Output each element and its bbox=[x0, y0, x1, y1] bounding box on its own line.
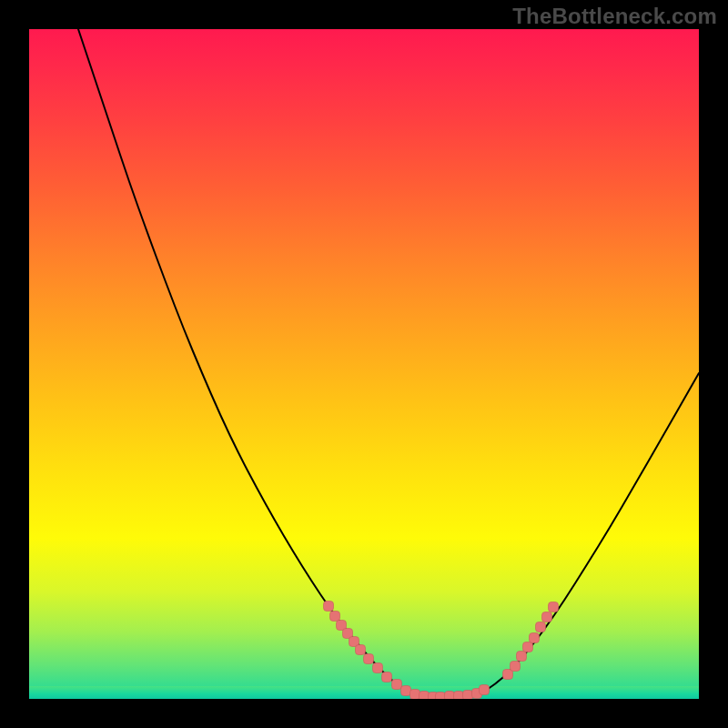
marker-point bbox=[392, 680, 402, 690]
marker-point bbox=[511, 662, 521, 672]
plot-area bbox=[29, 29, 699, 699]
marker-point bbox=[463, 691, 473, 700]
curve-left-branch bbox=[78, 29, 410, 693]
watermark-text: TheBottleneck.com bbox=[512, 4, 717, 29]
chart-frame: TheBottleneck.com bbox=[0, 0, 728, 728]
marker-point bbox=[454, 692, 464, 700]
marker-point bbox=[517, 652, 527, 662]
marker-point bbox=[420, 692, 430, 700]
marker-point bbox=[549, 602, 559, 612]
marker-point bbox=[523, 642, 533, 652]
curve-right-branch bbox=[482, 373, 699, 693]
marker-point bbox=[373, 663, 383, 673]
marker-point bbox=[410, 690, 420, 700]
marker-point bbox=[330, 612, 340, 622]
marker-point bbox=[356, 645, 366, 655]
marker-point bbox=[530, 633, 540, 643]
marker-point bbox=[536, 622, 546, 632]
marker-group bbox=[324, 602, 559, 700]
marker-point bbox=[401, 686, 411, 696]
marker-point bbox=[436, 693, 446, 700]
marker-point bbox=[445, 692, 455, 700]
marker-point bbox=[382, 672, 392, 682]
marker-point bbox=[542, 612, 552, 622]
marker-point bbox=[324, 602, 334, 612]
marker-point bbox=[480, 685, 490, 695]
curve-layer bbox=[29, 29, 699, 699]
marker-point bbox=[364, 654, 374, 664]
